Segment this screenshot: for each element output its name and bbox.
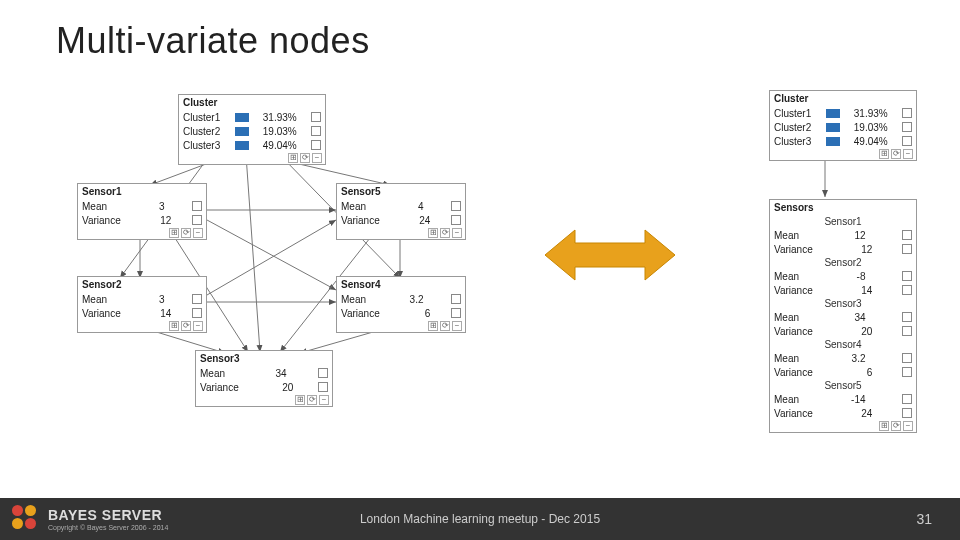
minus-icon[interactable]: − <box>193 321 203 331</box>
row-label: Mean <box>200 368 225 379</box>
checkbox[interactable] <box>902 353 912 363</box>
grid-icon[interactable]: ⊞ <box>169 228 179 238</box>
checkbox[interactable] <box>902 285 912 295</box>
page-number: 31 <box>916 511 932 527</box>
minus-icon[interactable]: − <box>903 421 913 431</box>
minus-icon[interactable]: − <box>452 228 462 238</box>
row-label: Variance <box>774 285 813 296</box>
row-value: 20 <box>840 326 872 337</box>
cluster-row: Cluster3 49.04% <box>179 138 325 152</box>
row-value: 34 <box>255 368 287 379</box>
checkbox[interactable] <box>902 367 912 377</box>
checkbox[interactable] <box>311 112 321 122</box>
node-title: Sensor2 <box>78 277 206 292</box>
checkbox[interactable] <box>192 294 202 304</box>
row-value: 3 <box>133 294 165 305</box>
grid-icon[interactable]: ⊞ <box>295 395 305 405</box>
checkbox[interactable] <box>311 126 321 136</box>
checkbox[interactable] <box>451 308 461 318</box>
checkbox[interactable] <box>192 201 202 211</box>
section-title: Sensor5 <box>770 379 916 392</box>
refresh-icon[interactable]: ⟳ <box>891 421 901 431</box>
checkbox[interactable] <box>451 294 461 304</box>
grid-icon[interactable]: ⊞ <box>879 149 889 159</box>
refresh-icon[interactable]: ⟳ <box>181 228 191 238</box>
checkbox[interactable] <box>451 201 461 211</box>
stat-row: Mean34 <box>770 310 916 324</box>
checkbox[interactable] <box>902 108 912 118</box>
row-value: 3 <box>133 201 165 212</box>
svg-line-9 <box>207 220 336 295</box>
grid-icon[interactable]: ⊞ <box>428 321 438 331</box>
node-footer: ⊞ ⟳ − <box>179 152 325 164</box>
checkbox[interactable] <box>902 136 912 146</box>
row-value: 12 <box>139 215 171 226</box>
checkbox[interactable] <box>902 326 912 336</box>
checkbox[interactable] <box>902 244 912 254</box>
minus-icon[interactable]: − <box>903 149 913 159</box>
refresh-icon[interactable]: ⟳ <box>440 228 450 238</box>
checkbox[interactable] <box>318 368 328 378</box>
refresh-icon[interactable]: ⟳ <box>181 321 191 331</box>
checkbox[interactable] <box>902 394 912 404</box>
row-value: 14 <box>840 285 872 296</box>
checkbox[interactable] <box>902 408 912 418</box>
bar-icon <box>826 109 840 118</box>
row-label: Variance <box>774 367 813 378</box>
node-title: Sensors <box>770 200 916 215</box>
grid-icon[interactable]: ⊞ <box>879 421 889 431</box>
row-label: Cluster3 <box>183 140 220 151</box>
grid-icon[interactable]: ⊞ <box>288 153 298 163</box>
checkbox[interactable] <box>902 230 912 240</box>
minus-icon[interactable]: − <box>319 395 329 405</box>
row-value: 3.2 <box>834 353 866 364</box>
row-label: Variance <box>774 326 813 337</box>
row-value: 6 <box>840 367 872 378</box>
bar-icon <box>826 137 840 146</box>
checkbox[interactable] <box>192 308 202 318</box>
row-label: Mean <box>774 312 799 323</box>
minus-icon[interactable]: − <box>312 153 322 163</box>
checkbox[interactable] <box>902 122 912 132</box>
minus-icon[interactable]: − <box>193 228 203 238</box>
row-label: Variance <box>341 308 380 319</box>
node-footer: ⊞⟳− <box>78 227 206 239</box>
checkbox[interactable] <box>902 271 912 281</box>
stat-row: Mean-14 <box>770 392 916 406</box>
logo-icon <box>12 505 40 533</box>
refresh-icon[interactable]: ⟳ <box>891 149 901 159</box>
grid-icon[interactable]: ⊞ <box>169 321 179 331</box>
refresh-icon[interactable]: ⟳ <box>300 153 310 163</box>
sensor-node: Sensor2Mean3Variance14⊞⟳− <box>77 276 207 333</box>
section-title: Sensor4 <box>770 338 916 351</box>
refresh-icon[interactable]: ⟳ <box>307 395 317 405</box>
grid-icon[interactable]: ⊞ <box>428 228 438 238</box>
stat-row: Variance24 <box>770 406 916 420</box>
cluster-row: Cluster2 19.03% <box>770 120 916 134</box>
checkbox[interactable] <box>192 215 202 225</box>
row-label: Variance <box>774 408 813 419</box>
cluster-row: Cluster2 19.03% <box>179 124 325 138</box>
bar-icon <box>235 127 249 136</box>
row-label: Mean <box>774 271 799 282</box>
row-label: Variance <box>82 215 121 226</box>
refresh-icon[interactable]: ⟳ <box>440 321 450 331</box>
diagram-area: Cluster Cluster1 31.93% Cluster2 19.03% … <box>0 80 960 460</box>
checkbox[interactable] <box>311 140 321 150</box>
node-footer: ⊞⟳− <box>196 394 332 406</box>
minus-icon[interactable]: − <box>452 321 462 331</box>
stat-row: Variance12 <box>78 213 206 227</box>
row-label: Cluster2 <box>183 126 220 137</box>
checkbox[interactable] <box>451 215 461 225</box>
row-label: Mean <box>341 294 366 305</box>
section-title: Sensor1 <box>770 215 916 228</box>
row-value: 12 <box>834 230 866 241</box>
row-label: Cluster2 <box>774 122 811 133</box>
checkbox[interactable] <box>318 382 328 392</box>
stat-row: Mean34 <box>196 366 332 380</box>
node-title: Sensor4 <box>337 277 465 292</box>
row-label: Variance <box>200 382 239 393</box>
checkbox[interactable] <box>902 312 912 322</box>
row-label: Variance <box>774 244 813 255</box>
section-title: Sensor3 <box>770 297 916 310</box>
